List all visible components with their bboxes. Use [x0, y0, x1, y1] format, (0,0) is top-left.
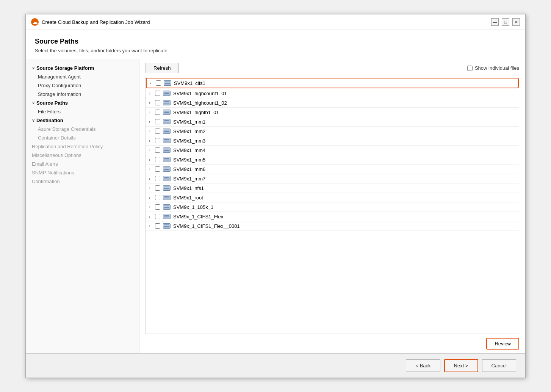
expand-icon: › — [149, 138, 155, 143]
wizard-window: ☁ Create Cloud Backup and Replication Jo… — [25, 14, 526, 378]
header-section: Source Paths Select the volumes, files, … — [26, 30, 525, 59]
tree-item-row[interactable]: › SVM9x1_root — [146, 193, 519, 202]
volume-icon — [163, 138, 171, 144]
back-button[interactable]: < Back — [406, 359, 440, 372]
tree-item-checkbox[interactable] — [155, 185, 160, 191]
tree-item-row[interactable]: › SVM9x1_mm1 — [146, 117, 519, 127]
footer: < Back Next > Cancel — [26, 353, 525, 378]
tree-item-checkbox[interactable] — [155, 166, 160, 172]
toolbar: Refresh Show individual files — [139, 59, 525, 77]
volume-icon — [163, 157, 171, 163]
sidebar-item-proxy-configuration[interactable]: Proxy Configuration — [26, 81, 139, 90]
volume-icon — [163, 176, 171, 182]
sidebar-label: Azure Storage Credentials — [38, 126, 95, 132]
volume-icon — [163, 204, 171, 210]
tree-item-label: SVM9x1_highcount1_01 — [173, 91, 227, 96]
tree-item-row[interactable]: › SVM9x1_mm4 — [146, 146, 519, 155]
expand-icon: › — [149, 129, 155, 133]
review-button[interactable]: Review — [486, 338, 519, 350]
tree-item-checkbox[interactable] — [155, 119, 160, 124]
expand-icon: › — [149, 205, 155, 209]
sidebar-label: Destination — [36, 118, 63, 123]
sidebar-item-storage-information[interactable]: Storage Information — [26, 90, 139, 99]
volume-icon — [163, 119, 171, 125]
sidebar: ∨ Source Storage Platform Management Age… — [26, 59, 139, 353]
tree-item-label: SVM9x_1_105k_1 — [173, 204, 213, 210]
tree-item-checkbox[interactable] — [155, 195, 160, 200]
titlebar-left: ☁ Create Cloud Backup and Replication Jo… — [31, 18, 150, 26]
sidebar-item-source-storage-platform[interactable]: ∨ Source Storage Platform — [26, 64, 139, 72]
tree-item-checkbox[interactable] — [155, 91, 160, 96]
tree-item-checkbox[interactable] — [155, 176, 160, 181]
tree-item-row[interactable]: › SVM9x1_mm6 — [146, 165, 519, 174]
expand-icon: › — [149, 176, 155, 181]
volume-icon — [163, 109, 171, 115]
volume-icon — [163, 185, 171, 191]
file-tree[interactable]: › SVM9x1_cifs1 › SVM9x — [146, 77, 519, 334]
show-individual-files-checkbox[interactable] — [467, 66, 473, 71]
tree-item-row[interactable]: › SVM9x1_mm3 — [146, 136, 519, 146]
sidebar-item-confirmation[interactable]: Confirmation — [26, 177, 139, 186]
restore-button[interactable]: □ — [502, 18, 509, 26]
sidebar-item-container-details[interactable]: Container Details — [26, 133, 139, 142]
refresh-button[interactable]: Refresh — [146, 63, 179, 73]
tree-item-row[interactable]: › SVM9x1_nfs1 — [146, 183, 519, 193]
close-button[interactable]: ✕ — [512, 18, 520, 26]
expand-icon: › — [149, 186, 155, 190]
sidebar-item-file-filters[interactable]: File Filters — [26, 107, 139, 116]
page-subtitle: Select the volumes, files, and/or folder… — [35, 48, 516, 53]
expand-icon: › — [150, 81, 156, 85]
tree-item-row[interactable]: › SVM9x1_mm2 — [146, 127, 519, 136]
sidebar-item-management-agent[interactable]: Management Agent — [26, 72, 139, 81]
tree-item-row[interactable]: › SVM9x_1_CIFS1_Flex__0001 — [146, 221, 519, 231]
sidebar-item-source-paths[interactable]: ∨ Source Paths — [26, 99, 139, 107]
tree-item-checkbox[interactable] — [155, 223, 160, 229]
page-title: Source Paths — [35, 38, 516, 45]
tree-item-row[interactable]: › SVM9x_1_CIFS1_Flex — [146, 212, 519, 221]
sidebar-item-miscellaneous-options[interactable]: Miscellaneous Options — [26, 151, 139, 160]
sidebar-item-azure-storage-credentials[interactable]: Azure Storage Credentials — [26, 125, 139, 133]
tree-item-checkbox[interactable] — [155, 157, 160, 162]
tree-item-label: SVM9x1_mm7 — [173, 176, 205, 182]
tree-item-label: SVM9x1_cifs1 — [174, 80, 205, 86]
sidebar-item-email-alerts[interactable]: Email Alerts — [26, 160, 139, 168]
chevron-down-icon: ∨ — [32, 118, 35, 123]
expand-icon: › — [149, 110, 155, 114]
sidebar-item-snmp-notifications[interactable]: SNMP Notifications — [26, 168, 139, 177]
tree-item-row[interactable]: › SVM9x1_highcount1_02 — [146, 98, 519, 108]
tree-item-row[interactable]: › SVM9x1_hightb1_01 — [146, 108, 519, 117]
minimize-button[interactable]: — — [491, 18, 499, 26]
tree-item-checkbox[interactable] — [155, 214, 160, 219]
tree-item-checkbox[interactable] — [155, 100, 160, 105]
tree-item-row[interactable]: › SVM9x1_mm7 — [146, 174, 519, 183]
sidebar-label: Miscellaneous Options — [32, 152, 81, 158]
tree-item-label: SVM9x_1_CIFS1_Flex — [173, 214, 223, 220]
tree-item-checkbox[interactable] — [155, 204, 160, 210]
expand-icon: › — [149, 100, 155, 105]
tree-item-checkbox[interactable] — [155, 138, 160, 143]
cancel-button[interactable]: Cancel — [482, 359, 516, 372]
tree-item-row[interactable]: › SVM9x1_highcount1_01 — [146, 89, 519, 98]
tree-item-checkbox[interactable] — [155, 110, 160, 115]
tree-item-checkbox[interactable] — [155, 147, 160, 153]
tree-item-checkbox[interactable] — [156, 80, 161, 86]
titlebar: ☁ Create Cloud Backup and Replication Jo… — [26, 14, 525, 30]
sidebar-label: Source Storage Platform — [36, 65, 94, 71]
tree-item-checkbox[interactable] — [155, 129, 160, 134]
tree-item-row[interactable]: › SVM9x1_cifs1 — [146, 78, 519, 88]
sidebar-item-replication-retention[interactable]: Replication and Retention Policy — [26, 142, 139, 151]
sidebar-item-destination[interactable]: ∨ Destination — [26, 116, 139, 125]
volume-icon — [163, 166, 171, 172]
chevron-down-icon: ∨ — [32, 100, 35, 105]
expand-icon: › — [149, 214, 155, 219]
sidebar-label: Source Paths — [36, 100, 68, 106]
sidebar-label: Confirmation — [32, 179, 60, 184]
tree-item-label: SVM9x1_nfs1 — [173, 185, 204, 191]
footer-buttons: < Back Next > Cancel — [406, 359, 516, 372]
tree-item-row[interactable]: › SVM9x_1_105k_1 — [146, 202, 519, 212]
next-button[interactable]: Next > — [444, 359, 478, 372]
tree-item-row[interactable]: › SVM9x1_mm5 — [146, 155, 519, 165]
sidebar-label: File Filters — [38, 109, 61, 114]
expand-icon: › — [149, 157, 155, 162]
tree-item-label: SVM9x1_mm3 — [173, 138, 205, 144]
